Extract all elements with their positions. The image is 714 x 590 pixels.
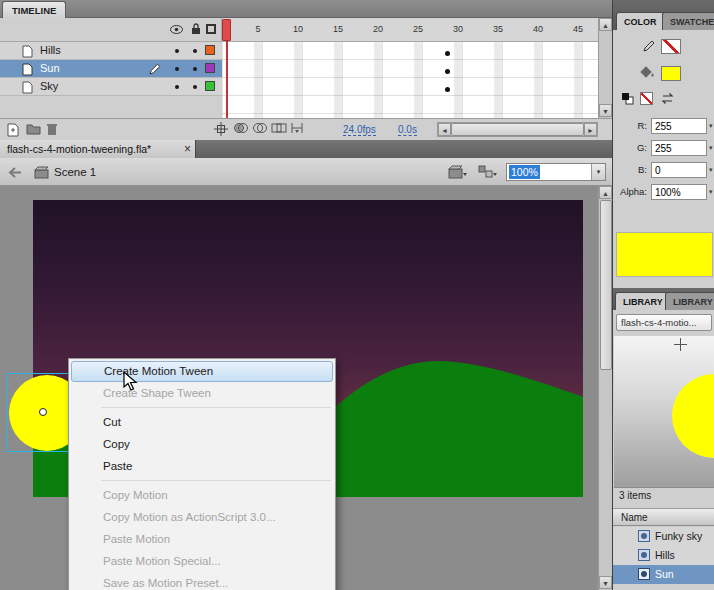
library-name-column-header[interactable]: Name [613, 508, 714, 526]
playhead-line [226, 41, 228, 118]
frame-number: 35 [489, 24, 507, 34]
right-panel: COLOR SWATCHES R: ▾ G: ▾ B: ▾ Alpha: ▾ L… [612, 0, 714, 590]
new-layer-icon[interactable] [6, 122, 22, 138]
lock-dot-icon[interactable] [193, 67, 197, 71]
layer-page-icon [22, 63, 33, 76]
menu-separator [101, 480, 331, 481]
layer-row-sun[interactable]: Sun [0, 60, 222, 78]
alpha-stepper-icon[interactable]: ▾ [709, 184, 713, 200]
stroke-pencil-icon[interactable] [641, 38, 656, 54]
stroke-color-chip[interactable] [661, 39, 681, 54]
scene-clapperboard-icon [34, 166, 49, 179]
playhead-handle[interactable] [222, 19, 231, 41]
onion-skin-outlines-icon[interactable] [252, 122, 268, 138]
outline-square-icon[interactable] [206, 24, 216, 34]
timeline-hscrollbar[interactable]: ◄ ► [437, 122, 598, 137]
elapsed-time-value[interactable]: 0.0s [398, 124, 417, 136]
stage-vscrollbar[interactable]: ▲ ▼ [598, 186, 612, 590]
symbol-icon [638, 549, 650, 561]
menu-item-copy[interactable]: Copy [69, 433, 335, 455]
eye-icon[interactable] [170, 25, 183, 34]
frame-number: 20 [369, 24, 387, 34]
library-item-sun[interactable]: Sun [613, 565, 714, 584]
layer-color-chip[interactable] [205, 63, 215, 73]
back-arrow-icon[interactable] [8, 167, 22, 178]
timeline-frame-grid[interactable] [222, 42, 598, 118]
layer-color-chip[interactable] [205, 81, 215, 91]
close-icon[interactable]: × [184, 140, 191, 158]
library-item-hills[interactable]: Hills [613, 546, 714, 565]
new-folder-icon[interactable] [26, 122, 42, 138]
menu-separator [101, 407, 331, 408]
edit-multiple-frames-icon[interactable] [271, 122, 287, 138]
frame-rate-value[interactable]: 24.0fps [343, 124, 376, 136]
lock-dot-icon[interactable] [193, 85, 197, 89]
lock-icon[interactable] [191, 22, 201, 35]
scene-breadcrumb[interactable]: Scene 1 [54, 158, 96, 186]
g-stepper-icon[interactable]: ▾ [709, 140, 713, 156]
layer-color-chip[interactable] [205, 45, 215, 55]
current-color-swatch[interactable] [616, 232, 713, 277]
swap-colors-icon[interactable] [660, 93, 675, 104]
alpha-input[interactable] [651, 184, 707, 200]
scrollbar-thumb[interactable] [600, 200, 612, 370]
chevron-down-icon[interactable]: ▾ [591, 164, 605, 180]
visibility-dot-icon[interactable] [175, 49, 179, 53]
black-white-colors-icon[interactable] [621, 92, 634, 105]
edit-scene-icon[interactable] [448, 165, 468, 179]
timeline-ruler[interactable]: 5 10 15 20 25 30 35 40 45 [222, 18, 598, 42]
frame-number: 30 [449, 24, 467, 34]
fill-color-chip[interactable] [661, 66, 681, 81]
scroll-down-icon[interactable]: ▼ [599, 576, 612, 589]
no-color-icon[interactable] [640, 92, 653, 105]
transform-point-handle[interactable] [39, 408, 47, 416]
scroll-up-icon[interactable]: ▲ [599, 18, 612, 31]
scroll-down-icon[interactable]: ▼ [599, 104, 612, 117]
tab-timeline[interactable]: TIMELINE [2, 1, 66, 18]
b-input[interactable] [651, 162, 707, 178]
lock-dot-icon[interactable] [193, 49, 197, 53]
scroll-up-icon[interactable]: ▲ [599, 186, 612, 199]
b-stepper-icon[interactable]: ▾ [709, 162, 713, 178]
layer-row-sky[interactable]: Sky [0, 78, 222, 96]
visibility-dot-icon[interactable] [175, 67, 179, 71]
tab-color[interactable]: COLOR [616, 12, 665, 30]
library-document-dropdown[interactable]: flash-cs-4-motio... [616, 314, 712, 331]
layer-row-hills[interactable]: Hills [0, 42, 222, 60]
onion-skin-icon[interactable] [233, 122, 249, 138]
frame-number: 45 [569, 24, 587, 34]
center-frame-icon[interactable] [214, 122, 230, 138]
menu-item-create-shape-tween: Create Shape Tween [69, 382, 335, 404]
visibility-dot-icon[interactable] [175, 85, 179, 89]
tab-library-2[interactable]: LIBRARY [665, 292, 714, 310]
scroll-right-icon[interactable]: ► [584, 123, 597, 136]
r-stepper-icon[interactable]: ▾ [709, 118, 713, 134]
g-input[interactable] [651, 140, 707, 156]
menu-item-create-motion-tween[interactable]: Create Motion Tween [71, 361, 333, 382]
library-item-label: Sun [655, 565, 674, 584]
layer-name[interactable]: Sun [40, 60, 60, 77]
keyframe-dot[interactable] [445, 51, 450, 56]
keyframe-dot[interactable] [445, 69, 450, 74]
keyframe-dot[interactable] [445, 87, 450, 92]
modify-markers-icon[interactable] [290, 122, 306, 138]
delete-layer-icon[interactable] [46, 122, 62, 138]
tab-swatches[interactable]: SWATCHES [662, 12, 714, 30]
document-tab[interactable]: flash-cs-4-motion-tweening.fla* × [0, 140, 196, 158]
scrollbar-thumb[interactable] [451, 123, 584, 136]
menu-item-cut[interactable]: Cut [69, 411, 335, 433]
scroll-left-icon[interactable]: ◄ [438, 123, 451, 136]
paint-bucket-icon[interactable] [639, 64, 656, 80]
preview-sun-symbol [672, 374, 714, 458]
library-item-funky-sky[interactable]: Funky sky [613, 527, 714, 546]
edit-symbols-icon[interactable] [478, 165, 498, 179]
tab-library-1[interactable]: LIBRARY [615, 292, 671, 310]
menu-item-paste[interactable]: Paste [69, 455, 335, 477]
frame-number: 15 [329, 24, 347, 34]
timeline-vscrollbar[interactable]: ▲ ▼ [598, 18, 612, 118]
layer-name[interactable]: Sky [40, 78, 58, 95]
r-input[interactable] [651, 118, 707, 134]
layer-name[interactable]: Hills [40, 42, 61, 59]
zoom-control[interactable]: 100% ▾ [506, 163, 606, 181]
zoom-value[interactable]: 100% [509, 165, 540, 179]
